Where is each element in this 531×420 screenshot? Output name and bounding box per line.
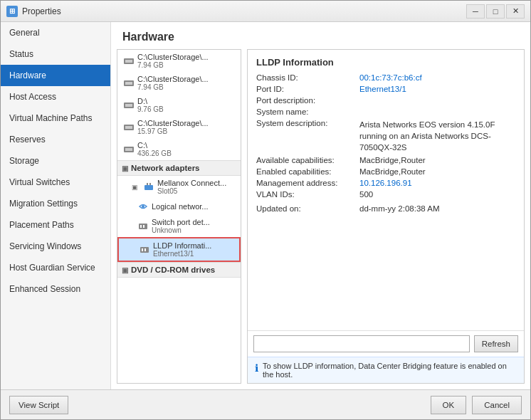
lldp-info-panel: LLDP Information Chassis ID: 00:1c:73:7c… [247, 49, 525, 384]
minimize-button[interactable]: ─ [466, 4, 485, 19]
disk-item-1[interactable]: C:\ClusterStorage\... 7.94 GB [117, 72, 241, 94]
info-row-vlan: VLAN IDs: 500 [256, 190, 515, 199]
disk-item-4[interactable]: C:\ 436.26 GB [117, 138, 241, 160]
properties-window: ⊞ Properties ─ □ ✕ General Status Hardwa… [0, 0, 531, 420]
view-script-button[interactable]: View Script [9, 396, 68, 414]
info-row-port-id: Port ID: Ethernet13/1 [256, 85, 515, 93]
svg-rect-16 [143, 225, 144, 228]
svg-rect-18 [142, 248, 143, 251]
refresh-button[interactable]: Refresh [474, 335, 518, 352]
lldp-info-item[interactable]: LLDP Informati... Ethernet13/1 [117, 237, 241, 262]
sidebar-item-general[interactable]: General [1, 22, 110, 43]
lldp-item-text: LLDP Informati... Ethernet13/1 [153, 241, 211, 258]
sidebar: General Status Hardware Host Access Virt… [1, 22, 111, 389]
cancel-button[interactable]: Cancel [472, 396, 522, 414]
sidebar-item-storage[interactable]: Storage [1, 150, 110, 172]
disk-item-2-text: D:\ 9.76 GB [137, 97, 164, 113]
disk-item-3-text: C:\ClusterStorage\... 15.97 GB [137, 119, 209, 135]
svg-rect-12 [149, 183, 151, 185]
svg-rect-15 [140, 225, 142, 228]
network-adapter-icon [143, 182, 154, 193]
search-input[interactable] [253, 335, 470, 352]
main-content: Hardware C:\ClusterStorage\... 7.94 GB [111, 22, 530, 389]
title-bar-left: ⊞ Properties [6, 6, 61, 17]
footer: View Script OK Cancel [1, 389, 530, 419]
network-expand-icon: ▣ [122, 164, 128, 172]
sidebar-item-virtual-switches[interactable]: Virtual Switches [1, 172, 110, 193]
vm-icon: ⊞ [6, 6, 18, 17]
footer-buttons: OK Cancel [431, 396, 522, 414]
title-bar: ⊞ Properties ─ □ ✕ [1, 1, 530, 22]
sidebar-item-status[interactable]: Status [1, 43, 110, 65]
info-row-system-name: System name: [256, 107, 515, 116]
svg-rect-5 [125, 104, 132, 107]
close-button[interactable]: ✕ [506, 4, 525, 19]
logical-network-icon [137, 201, 149, 212]
logical-network-item-text: Logical networ... [152, 202, 209, 211]
sidebar-item-vm-paths[interactable]: Virtual Machine Paths [1, 107, 110, 129]
switch-port-icon [137, 221, 149, 232]
disk-item-2[interactable]: D:\ 9.76 GB [117, 94, 241, 116]
info-row-updated: Updated on: dd-mm-yy 2:08:38 AM [256, 204, 515, 213]
info-row-mgmt-addr: Management address: 10.126.196.91 [256, 179, 515, 187]
maximize-button[interactable]: □ [486, 4, 505, 19]
disk-icon-4 [123, 144, 135, 155]
hardware-panels: C:\ClusterStorage\... 7.94 GB C:\Cluster… [111, 49, 530, 389]
svg-rect-7 [125, 126, 132, 129]
lldp-details: LLDP Information Chassis ID: 00:1c:73:7c… [248, 50, 524, 330]
svg-rect-1 [125, 60, 132, 63]
lldp-info-icon [139, 244, 150, 256]
hardware-tree-panel: C:\ClusterStorage\... 7.94 GB C:\Cluster… [117, 49, 241, 384]
window-title: Properties [22, 6, 61, 16]
sidebar-item-migration-settings[interactable]: Migration Settings [1, 193, 110, 214]
ok-button[interactable]: OK [431, 396, 467, 414]
expand-network-icon: ▣ [129, 182, 140, 193]
svg-rect-3 [125, 82, 132, 85]
sidebar-item-placement-paths[interactable]: Placement Paths [1, 214, 110, 236]
info-row-port-desc: Port description: [256, 96, 515, 105]
svg-rect-9 [125, 148, 132, 151]
info-row-enabled-cap: Enabled capabilities: MacBridge,Router [256, 167, 515, 176]
svg-point-13 [142, 205, 144, 208]
disk-icon-0 [123, 56, 135, 67]
switch-port-item-text: Switch port det... Unknown [152, 218, 210, 234]
sidebar-item-host-access[interactable]: Host Access [1, 86, 110, 107]
sidebar-item-hardware[interactable]: Hardware [1, 65, 110, 86]
dvd-expand-icon: ▣ [122, 266, 128, 274]
svg-rect-10 [144, 185, 153, 190]
switch-port-item[interactable]: Switch port det... Unknown [117, 215, 241, 237]
svg-rect-19 [144, 248, 146, 251]
network-section-header[interactable]: ▣ Network adapters [117, 160, 241, 176]
mellanox-adapter-item[interactable]: ▣ Mellanox Connect... Slot05 [117, 176, 241, 198]
lldp-notice: ℹ To show LLDP information, Data Center … [248, 357, 524, 383]
info-icon: ℹ [255, 362, 258, 374]
search-bar: Refresh [248, 330, 524, 357]
disk-item-1-text: C:\ClusterStorage\... 7.94 GB [137, 75, 209, 91]
dvd-section-header[interactable]: ▣ DVD / CD-ROM drives [117, 262, 241, 278]
window-controls: ─ □ ✕ [466, 4, 525, 19]
disk-item-0[interactable]: C:\ClusterStorage\... 7.94 GB [117, 50, 241, 72]
content-area: General Status Hardware Host Access Virt… [1, 22, 530, 389]
sidebar-item-enhanced-session[interactable]: Enhanced Session [1, 278, 110, 300]
page-title: Hardware [111, 22, 530, 49]
disk-icon-3 [123, 122, 135, 133]
mellanox-item-text: Mellanox Connect... Slot05 [157, 179, 226, 195]
disk-item-3[interactable]: C:\ClusterStorage\... 15.97 GB [117, 116, 241, 138]
sidebar-item-servicing-windows[interactable]: Servicing Windows [1, 236, 110, 257]
disk-icon-1 [123, 78, 135, 89]
disk-item-4-text: C:\ 436.26 GB [137, 141, 172, 157]
info-row-avail-cap: Available capabilities: MacBridge,Router [256, 156, 515, 164]
sidebar-item-host-guardian[interactable]: Host Guardian Service [1, 257, 110, 278]
logical-network-item[interactable]: Logical networ... [117, 198, 241, 215]
svg-rect-11 [147, 183, 148, 185]
disk-icon-2 [123, 100, 135, 111]
lldp-title: LLDP Information [256, 57, 515, 68]
sidebar-item-reserves[interactable]: Reserves [1, 129, 110, 150]
disk-item-0-text: C:\ClusterStorage\... 7.94 GB [137, 53, 209, 69]
info-row-sys-desc: System description: Arista Networks EOS … [256, 119, 515, 153]
info-row-chassis: Chassis ID: 00:1c:73:7c:b6:cf [256, 73, 515, 82]
